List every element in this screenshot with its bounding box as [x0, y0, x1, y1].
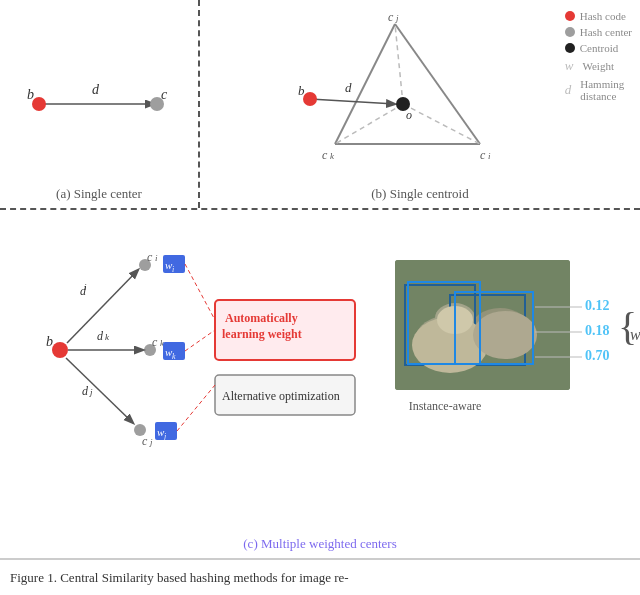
svg-text:c: c	[147, 250, 153, 264]
panel-single-center: b c d (a) Single center	[0, 0, 200, 208]
svg-line-12	[310, 99, 395, 104]
svg-text:b: b	[27, 87, 34, 102]
svg-text:c: c	[388, 10, 394, 24]
hash-code-label: Hash code	[580, 10, 626, 22]
svg-text:c: c	[480, 148, 486, 162]
svg-text:i: i	[488, 151, 491, 161]
svg-text:w: w	[630, 326, 640, 343]
svg-text:d: d	[345, 80, 352, 95]
svg-text:b: b	[46, 334, 53, 349]
single-center-svg: b c d	[9, 24, 189, 184]
weight-label: Weight	[582, 60, 614, 72]
hash-center-dot	[565, 27, 575, 37]
svg-text:Instance-aware: Instance-aware	[409, 399, 482, 413]
hash-center-label: Hash center	[580, 26, 632, 38]
svg-text:0.18: 0.18	[585, 323, 610, 338]
svg-line-11	[403, 104, 480, 144]
hash-code-dot	[565, 11, 575, 21]
svg-text:j: j	[149, 437, 153, 447]
bottom-svg: b c i c k c j d i d k d j	[0, 210, 640, 500]
svg-point-70	[473, 311, 537, 359]
svg-text:i: i	[172, 265, 174, 274]
svg-text:c: c	[152, 335, 158, 349]
panel-single-centroid: b o c j c k c i d Hash code	[200, 0, 640, 208]
bottom-section: b c i c k c j d i d k d j	[0, 210, 640, 559]
svg-text:b: b	[298, 83, 305, 98]
svg-text:c: c	[161, 87, 168, 102]
svg-text:learning weight: learning weight	[222, 327, 302, 341]
svg-text:Alternative optimization: Alternative optimization	[222, 389, 340, 403]
legend-area: Hash code Hash center Centroid w Weight …	[565, 10, 632, 102]
svg-text:0.12: 0.12	[585, 298, 610, 313]
svg-text:0.70: 0.70	[585, 348, 610, 363]
svg-line-37	[66, 358, 133, 423]
svg-point-24	[52, 342, 68, 358]
svg-text:c: c	[322, 148, 328, 162]
caption: Figure 1. Central Similarity based hashi…	[0, 559, 640, 595]
svg-line-58	[185, 264, 215, 320]
svg-text:k: k	[105, 332, 110, 342]
svg-point-13	[303, 92, 317, 106]
svg-text:d: d	[92, 82, 100, 97]
svg-text:k: k	[330, 151, 335, 161]
panel-b-label: (b) Single centroid	[371, 186, 468, 202]
svg-text:o: o	[406, 108, 412, 122]
svg-line-59	[185, 330, 215, 351]
legend-weight: w Weight	[565, 58, 632, 74]
svg-text:i: i	[84, 282, 87, 292]
caption-text: Figure 1. Central Similarity based hashi…	[10, 570, 349, 586]
svg-point-1	[32, 97, 46, 111]
single-centroid-svg: b o c j c k c i d	[280, 9, 560, 199]
legend-centroid: Centroid	[565, 42, 632, 54]
svg-text:j: j	[89, 387, 93, 397]
legend-hash-code: Hash code	[565, 10, 632, 22]
svg-line-7	[395, 24, 480, 144]
svg-line-9	[395, 24, 403, 104]
top-section: b c d (a) Single center	[0, 0, 640, 210]
svg-text:d: d	[97, 329, 104, 343]
svg-text:i: i	[155, 253, 158, 263]
svg-text:c: c	[142, 434, 148, 448]
centroid-label: Centroid	[580, 42, 619, 54]
hamming-label: Hammingdistance	[580, 78, 624, 102]
svg-text:Automatically: Automatically	[225, 311, 298, 325]
svg-text:d: d	[82, 384, 89, 398]
legend-hash-center: Hash center	[565, 26, 632, 38]
svg-line-6	[335, 24, 395, 144]
centroid-dot	[565, 43, 575, 53]
svg-line-60	[177, 385, 215, 431]
main-container: b c d (a) Single center	[0, 0, 640, 595]
panel-c-label: (c) Multiple weighted centers	[243, 536, 396, 552]
svg-text:j: j	[395, 13, 399, 23]
svg-text:k: k	[172, 352, 176, 361]
legend-hamming: d Hammingdistance	[565, 78, 632, 102]
panel-a-label: (a) Single center	[56, 186, 142, 202]
